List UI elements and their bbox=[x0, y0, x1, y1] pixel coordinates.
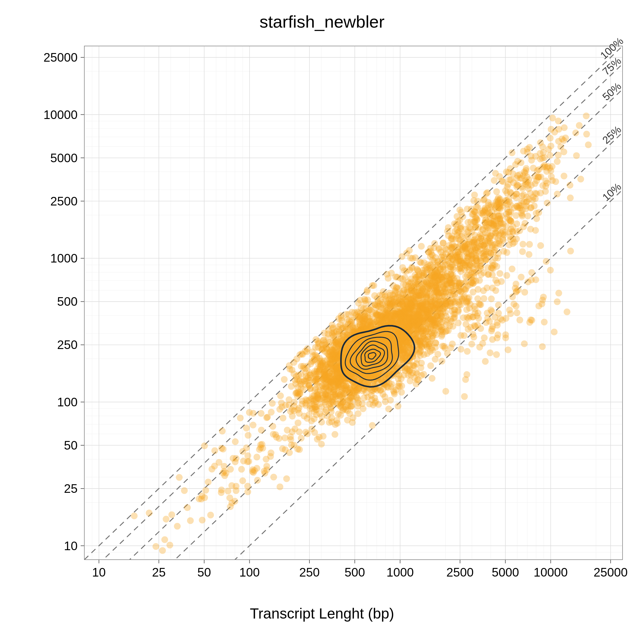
scatter-point bbox=[412, 280, 419, 286]
scatter-point bbox=[205, 479, 212, 485]
scatter-point bbox=[277, 392, 284, 399]
scatter-point bbox=[549, 115, 556, 121]
scatter-point bbox=[258, 427, 265, 433]
scatter-point bbox=[424, 261, 431, 268]
scatter-point bbox=[375, 299, 381, 305]
scatter-point bbox=[211, 447, 218, 454]
scatter-point bbox=[488, 295, 495, 302]
scatter-point bbox=[339, 393, 345, 400]
scatter-point bbox=[411, 298, 417, 305]
scatter-point bbox=[439, 358, 445, 365]
scatter-point bbox=[431, 240, 438, 247]
scatter-point bbox=[463, 306, 470, 313]
scatter-point bbox=[585, 141, 592, 148]
scatter-point bbox=[540, 149, 547, 156]
scatter-point bbox=[577, 176, 584, 182]
scatter-point bbox=[423, 279, 429, 286]
scatter-point bbox=[395, 403, 401, 409]
scatter-point bbox=[531, 203, 538, 209]
scatter-point bbox=[409, 265, 416, 272]
scatter-point bbox=[399, 321, 406, 328]
scatter-point bbox=[264, 414, 271, 420]
scatter-point bbox=[482, 208, 489, 214]
scatter-point bbox=[311, 393, 318, 399]
scatter-point bbox=[450, 266, 457, 273]
y-tick-label: 100 bbox=[57, 395, 78, 409]
scatter-point bbox=[528, 153, 535, 159]
scatter-point bbox=[509, 149, 516, 156]
scatter-point bbox=[367, 307, 374, 313]
scatter-point bbox=[489, 308, 495, 315]
scatter-point bbox=[526, 241, 533, 248]
scatter-point bbox=[320, 433, 327, 439]
scatter-point bbox=[159, 547, 166, 554]
scatter-point bbox=[335, 411, 342, 417]
scatter-point bbox=[387, 356, 394, 363]
x-tick-label: 10 bbox=[92, 565, 106, 579]
scatter-point bbox=[523, 165, 530, 172]
scatter-point bbox=[280, 415, 286, 421]
scatter-point bbox=[488, 328, 495, 334]
scatter-point bbox=[436, 301, 443, 308]
scatter-point bbox=[323, 407, 329, 413]
scatter-point bbox=[263, 456, 270, 462]
scatter-point bbox=[555, 290, 562, 297]
x-tick-label: 1000 bbox=[386, 565, 414, 579]
scatter-point bbox=[286, 396, 292, 403]
scatter-point bbox=[232, 438, 239, 445]
scatter-point bbox=[514, 172, 521, 179]
scatter-point bbox=[403, 340, 410, 347]
scatter-point bbox=[514, 228, 520, 235]
scatter-point bbox=[289, 406, 296, 413]
scatter-point bbox=[475, 315, 482, 322]
scatter-point bbox=[376, 335, 383, 342]
scatter-point bbox=[494, 255, 501, 261]
scatter-point bbox=[444, 350, 451, 357]
scatter-point bbox=[478, 271, 485, 278]
scatter-point bbox=[561, 124, 568, 131]
x-tick-label: 500 bbox=[344, 565, 365, 579]
scatter-point bbox=[481, 252, 488, 259]
scatter-point bbox=[440, 240, 447, 246]
x-tick-label: 5000 bbox=[492, 565, 519, 579]
scatter-point bbox=[482, 358, 489, 365]
scatter-point bbox=[258, 410, 264, 417]
scatter-point bbox=[232, 498, 238, 504]
scatter-point bbox=[325, 327, 332, 334]
scatter-point bbox=[548, 173, 555, 180]
scatter-point bbox=[296, 428, 303, 435]
scatter-point bbox=[268, 450, 274, 456]
scatter-point bbox=[463, 371, 470, 378]
scatter-point bbox=[363, 389, 370, 396]
scatter-point bbox=[491, 241, 498, 248]
scatter-point bbox=[411, 317, 418, 324]
scatter-point bbox=[420, 328, 427, 334]
scatter-point bbox=[250, 410, 257, 417]
y-tick-label: 25 bbox=[64, 482, 78, 495]
scatter-point bbox=[567, 194, 574, 201]
scatter-point bbox=[548, 126, 554, 133]
scatter-point bbox=[435, 246, 442, 253]
scatter-point bbox=[525, 278, 531, 285]
scatter-point bbox=[564, 309, 570, 315]
scatter-point bbox=[333, 371, 340, 378]
scatter-point bbox=[302, 365, 309, 372]
scatter-point bbox=[328, 415, 335, 421]
scatter-point bbox=[463, 298, 470, 305]
scatter-point bbox=[500, 237, 507, 244]
scatter-point bbox=[484, 285, 490, 291]
scatter-point bbox=[282, 446, 289, 453]
y-tick-label: 250 bbox=[57, 338, 78, 351]
scatter-point bbox=[176, 474, 183, 481]
scatter-point bbox=[168, 511, 175, 518]
scatter-point bbox=[502, 332, 509, 338]
scatter-point bbox=[340, 406, 347, 412]
scatter-point bbox=[576, 122, 583, 129]
scatter-point bbox=[421, 335, 428, 342]
scatter-point bbox=[503, 197, 510, 204]
scatter-point bbox=[544, 200, 550, 206]
scatter-point bbox=[481, 243, 488, 250]
scatter-point bbox=[233, 487, 240, 494]
scatter-point bbox=[458, 284, 464, 290]
scatter-point bbox=[518, 274, 524, 281]
